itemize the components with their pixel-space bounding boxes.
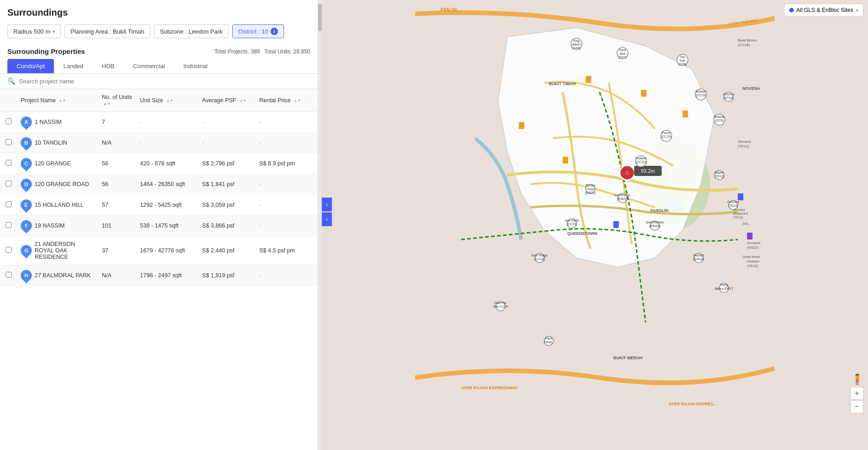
svg-text:Kent Ridge: Kent Ridge — [531, 254, 548, 257]
svg-text:Haw Par: Haw Par — [494, 301, 507, 304]
section-header: Surrounding Properties Total Projects: 3… — [0, 43, 318, 59]
unit-size-cell: - — [136, 133, 198, 153]
unit-size-cell: 420 - 678 sqft — [136, 153, 198, 174]
avg-psf-cell: S$ 2,796 psf — [198, 153, 255, 174]
district-filter-btn[interactable]: District : 10 i — [232, 24, 284, 38]
row-checkbox-0[interactable] — [6, 118, 12, 124]
svg-rect-64 — [519, 122, 525, 129]
project-marker: B — [18, 135, 34, 151]
units-cell: 57 — [98, 195, 136, 216]
svg-text:Albert: Albert — [572, 43, 580, 46]
project-name-cell: B 10 TANGLIN — [17, 133, 98, 153]
panel-scrollbar[interactable] — [318, 0, 322, 450]
row-checkbox-5[interactable] — [6, 222, 12, 228]
map-sites-dropdown[interactable]: All GLS & EnBloc Sites ▾ — [784, 4, 863, 17]
svg-text:Tiong: Tiong — [720, 283, 728, 287]
scroll-thumb — [318, 4, 322, 31]
map-expand-btn[interactable]: › — [322, 198, 332, 211]
col-header-avg-psf[interactable]: Average PSF ▲▼ — [198, 89, 255, 112]
row-checkbox-4[interactable] — [6, 201, 12, 207]
row-checkbox-cell — [0, 174, 17, 195]
svg-text:(EW18): (EW18) — [693, 257, 704, 261]
radius-filter-btn[interactable]: Radius 500 m ▾ — [7, 24, 61, 38]
project-name-cell: D 120 GRANGE ROAD — [17, 174, 98, 195]
tabs-row: Condo/Apt Landed HDB Commercial Industri… — [0, 59, 318, 74]
table-row: G 21 ANDERSON ROYAL OAK RESIDENCE 37 167… — [0, 236, 318, 265]
svg-text:King: King — [573, 39, 579, 43]
project-marker: G — [18, 243, 34, 258]
svg-text:PAN ISL...: PAN ISL... — [441, 7, 462, 12]
tab-condo-apt[interactable]: Condo/Apt — [7, 59, 54, 73]
svg-rect-65 — [586, 76, 591, 83]
svg-text:(DT7): (DT7) — [619, 56, 627, 59]
svg-text:one-north: one-north — [565, 219, 579, 222]
col-header-unit-size[interactable]: Unit Size ▲▼ — [136, 89, 198, 112]
svg-text:AYER RAJAH EXPRESSWAY: AYER RAJAH EXPRESSWAY — [461, 386, 518, 390]
row-checkbox-cell — [0, 112, 17, 133]
svg-rect-66 — [641, 90, 647, 97]
svg-text:Sixth: Sixth — [619, 48, 626, 52]
row-checkbox-cell — [0, 236, 17, 265]
subzone-filter-btn[interactable]: Subzone : Leedon Park — [154, 24, 229, 38]
sort-arrows-size: ▲▼ — [166, 99, 173, 103]
svg-text:TANGLIN: TANGLIN — [650, 208, 668, 213]
svg-text:Commonw.: Commonw. — [614, 193, 631, 197]
rental-price-cell: - — [255, 112, 318, 133]
zoom-controls: + − — [850, 387, 863, 413]
zoom-in-btn[interactable]: + — [850, 387, 863, 400]
map-collapse-btn[interactable]: ‹ — [322, 212, 332, 226]
col-header-project-name[interactable]: Project Name ▲▼ — [17, 89, 98, 112]
zoom-out-btn[interactable]: − — [850, 400, 863, 413]
search-row: 🔍 — [0, 74, 318, 89]
svg-text:Villa CC25: Villa CC25 — [493, 305, 508, 308]
svg-text:(TE12): (TE12) — [714, 175, 724, 178]
map-svg: ⌂ 93.2m BUKIT TIMAH TANGLIN QUEENSTOWN B… — [322, 0, 868, 450]
rental-price-cell: - — [255, 174, 318, 195]
row-checkbox-7[interactable] — [6, 272, 12, 278]
svg-text:Bukit Brown: Bukit Brown — [738, 38, 758, 42]
svg-text:(TE15): (TE15) — [747, 264, 759, 268]
unit-size-cell: - — [136, 112, 198, 133]
unit-size-cell: 1464 - 26350 sqft — [136, 174, 198, 195]
svg-text:(CC21): (CC21) — [636, 160, 646, 164]
svg-rect-67 — [683, 111, 688, 117]
tab-commercial[interactable]: Commercial — [124, 59, 174, 73]
col-header-rental[interactable]: Rental Price ▲▼ — [255, 89, 318, 112]
row-checkbox-2[interactable] — [6, 160, 12, 166]
svg-text:(TE13): (TE13) — [728, 204, 738, 208]
project-name-cell: H 27 BALMORAL PARK — [17, 265, 98, 286]
svg-text:(NS...: (NS... — [743, 222, 751, 226]
row-checkbox-cell — [0, 195, 17, 216]
chevron-down-icon: ▾ — [53, 29, 55, 34]
search-input[interactable] — [19, 78, 310, 85]
search-icon: 🔍 — [7, 77, 15, 85]
tab-hdb[interactable]: HDB — [93, 59, 124, 73]
svg-text:(EW19): (EW19) — [650, 224, 661, 228]
tab-industrial[interactable]: Industrial — [174, 59, 217, 73]
planning-area-filter-btn[interactable]: Planning Area : Bukit Timah — [65, 24, 150, 38]
project-name: 1 NASSIM — [35, 119, 61, 125]
row-checkbox-cell — [0, 216, 17, 236]
svg-text:QUEENSTOWN: QUEENSTOWN — [567, 231, 597, 236]
svg-text:Napier: Napier — [714, 171, 724, 175]
project-name: 120 GRANGE ROAD — [35, 181, 89, 187]
svg-text:Vista: Vista — [587, 187, 594, 191]
avg-psf-cell: S$ 1,841 psf — [198, 174, 255, 195]
row-checkbox-cell — [0, 133, 17, 153]
row-checkbox-6[interactable] — [6, 247, 12, 253]
col-header-units[interactable]: No. of Units ▲▼ — [98, 89, 136, 112]
svg-text:Holland: Holland — [636, 157, 647, 160]
sort-arrows-rental: ▲▼ — [294, 99, 301, 103]
chevron-down-icon: ▾ — [856, 8, 858, 13]
table-row: E 15 HOLLAND HILL 57 1292 - 5425 sqft S$… — [0, 195, 318, 216]
svg-text:Orchard: Orchard — [747, 241, 761, 245]
street-view-person-icon[interactable]: 🧍 — [851, 374, 863, 386]
svg-text:(EW20): (EW20) — [617, 197, 628, 201]
tab-landed[interactable]: Landed — [54, 59, 92, 73]
svg-text:(DT6): (DT6) — [573, 47, 581, 50]
svg-text:Great World: Great World — [743, 255, 760, 258]
unit-size-cell: 538 - 1475 sqft — [136, 216, 198, 236]
row-checkbox-3[interactable] — [6, 181, 12, 187]
table-row: A 1 NASSIM 7 - - - — [0, 112, 318, 133]
row-checkbox-1[interactable] — [6, 139, 12, 145]
